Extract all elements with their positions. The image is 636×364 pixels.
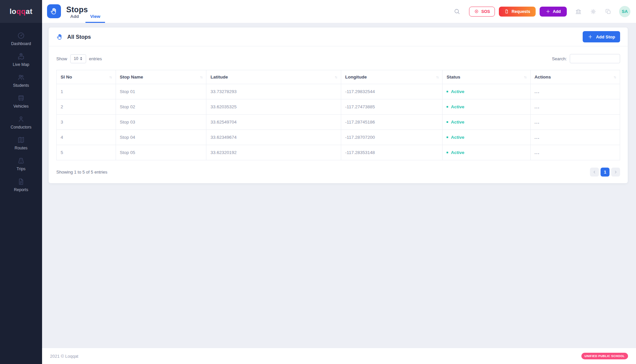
vehicles-icon: [17, 94, 25, 102]
search-control: Search:: [552, 54, 620, 63]
requests-file-icon: [504, 9, 509, 14]
prev-page-button[interactable]: [590, 168, 599, 177]
sidebar-item-label: Dashboard: [11, 41, 31, 46]
main-column: Stops Add View SOS Requests: [42, 0, 636, 364]
row-actions-menu[interactable]: ...: [530, 115, 620, 130]
cell-status: Active: [443, 99, 530, 115]
hand-stop-icon: [50, 7, 58, 15]
sort-icon: ↑↓: [109, 75, 112, 79]
search-label: Search:: [552, 56, 567, 61]
cell-latitude: 33.62320192: [206, 145, 341, 160]
sort-icon: ↑↓: [613, 75, 616, 79]
cell-stop-name: Stop 02: [116, 99, 206, 115]
top-bar: Stops Add View SOS Requests: [42, 0, 636, 23]
page-footer: 2021 © Loqqat UNIFIED PUBLIC SCHOOL: [42, 348, 636, 364]
sidebar-item-routes[interactable]: Routes: [0, 132, 42, 153]
cell-sl-no: 1: [57, 84, 116, 99]
logo[interactable]: loqqat: [0, 0, 42, 23]
entries-summary: Showing 1 to 5 of 5 entries: [56, 170, 107, 175]
top-bar-actions: SOS Requests Add S: [453, 0, 636, 23]
table-footer: Showing 1 to 5 of 5 entries 1: [56, 168, 620, 177]
sort-icon: ↑↓: [524, 75, 526, 79]
search-button[interactable]: [453, 8, 460, 15]
sidebar-item-live-map[interactable]: Live Map: [0, 49, 42, 70]
column-header-sl-no[interactable]: Sl No↑↓: [57, 70, 116, 84]
sidebar-item-label: Trips: [17, 167, 26, 171]
row-actions-menu[interactable]: ...: [530, 130, 620, 145]
cell-latitude: 33.62549704: [206, 115, 341, 130]
table-row: 2 Stop 02 33.62035325 -117.27473885 Acti…: [57, 99, 620, 115]
routes-icon: [17, 136, 25, 144]
cell-longitude: -117.28745186: [341, 115, 442, 130]
tab-view[interactable]: View: [85, 14, 105, 23]
table-controls: Show 10 entries Search:: [56, 54, 620, 63]
add-button[interactable]: Add: [540, 7, 567, 17]
column-header-stop-name[interactable]: Stop Name↑↓: [116, 70, 206, 84]
table-row: 1 Stop 01 33.73278293 -117.29832544 Acti…: [57, 84, 620, 99]
hand-stop-icon: [56, 33, 63, 40]
sidebar-item-label: Conductors: [11, 125, 31, 130]
row-actions-menu[interactable]: ...: [530, 145, 620, 160]
next-page-button[interactable]: [611, 168, 620, 177]
sidebar-item-vehicles[interactable]: Vehicles: [0, 91, 42, 112]
column-header-latitude[interactable]: Latitude↑↓: [206, 70, 341, 84]
app-root: loqqat Dashboard Live Map Students Vehic…: [0, 0, 636, 364]
page-number-button[interactable]: 1: [601, 168, 610, 177]
cell-latitude: 33.73278293: [206, 84, 341, 99]
sidebar-item-dashboard[interactable]: Dashboard: [0, 28, 42, 49]
conductors-icon: [17, 115, 25, 123]
bank-icon: [575, 8, 582, 15]
requests-button[interactable]: Requests: [499, 7, 535, 17]
ellipsis-icon: ...: [535, 135, 540, 140]
table-row: 3 Stop 03 33.62549704 -117.28745186 Acti…: [57, 115, 620, 130]
chevron-right-icon: [613, 170, 618, 174]
sort-icon: ↑↓: [335, 75, 337, 79]
stops-page-icon: [47, 4, 61, 18]
institution-button[interactable]: [575, 8, 582, 15]
ellipsis-icon: ...: [535, 150, 540, 155]
sidebar-item-students[interactable]: Students: [0, 70, 42, 91]
row-actions-menu[interactable]: ...: [530, 84, 620, 99]
all-stops-card: All Stops Add Stop Show 10: [49, 27, 628, 183]
column-header-status[interactable]: Status↑↓: [443, 70, 530, 84]
dashboard-icon: [17, 31, 25, 40]
school-badge: UNIFIED PUBLIC SCHOOL: [581, 353, 628, 359]
trips-icon: [17, 157, 25, 165]
cell-longitude: -117.27473885: [341, 99, 442, 115]
plus-icon: [546, 9, 551, 14]
logo-text: loqqat: [10, 7, 32, 16]
status-dot-icon: [447, 121, 448, 123]
copy-button[interactable]: [605, 8, 611, 15]
column-header-longitude[interactable]: Longitude↑↓: [341, 70, 442, 84]
plus-icon: [588, 34, 593, 39]
page-tabs: Add View: [66, 14, 105, 23]
ellipsis-icon: ...: [535, 89, 540, 94]
avatar[interactable]: SA: [619, 6, 630, 17]
card-title: All Stops: [67, 34, 91, 40]
tab-add[interactable]: Add: [66, 14, 83, 23]
row-actions-menu[interactable]: ...: [530, 99, 620, 115]
pagination: 1: [590, 168, 620, 177]
sos-button[interactable]: SOS: [469, 7, 495, 17]
table-row: 5 Stop 05 33.62320192 -117.28353148 Acti…: [57, 145, 620, 160]
ellipsis-icon: ...: [535, 120, 540, 125]
cell-sl-no: 4: [57, 130, 116, 145]
cell-stop-name: Stop 03: [116, 115, 206, 130]
students-icon: [17, 73, 25, 81]
sort-icon: ↑↓: [436, 75, 438, 79]
page-size-control: Show 10 entries: [56, 54, 102, 63]
stepper-arrows-icon: [80, 57, 82, 60]
sidebar-item-conductors[interactable]: Conductors: [0, 112, 42, 132]
column-header-actions[interactable]: Actions↑↓: [530, 70, 620, 84]
cell-sl-no: 3: [57, 115, 116, 130]
sidebar-item-reports[interactable]: Reports: [0, 174, 42, 195]
page-size-select[interactable]: 10: [70, 54, 86, 63]
sidebar-item-label: Vehicles: [14, 104, 29, 109]
cell-stop-name: Stop 01: [116, 84, 206, 99]
sidebar-item-label: Live Map: [13, 62, 29, 67]
search-input[interactable]: [570, 54, 620, 63]
cell-stop-name: Stop 05: [116, 145, 206, 160]
sidebar-item-trips[interactable]: Trips: [0, 153, 42, 174]
settings-button[interactable]: [590, 8, 597, 15]
add-stop-button[interactable]: Add Stop: [583, 31, 620, 42]
